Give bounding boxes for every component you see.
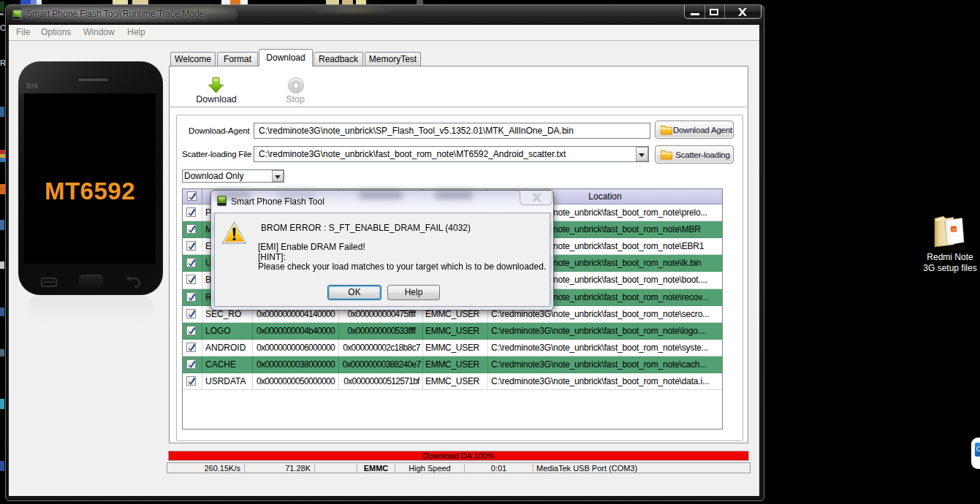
svg-text:MI: MI <box>952 228 956 232</box>
